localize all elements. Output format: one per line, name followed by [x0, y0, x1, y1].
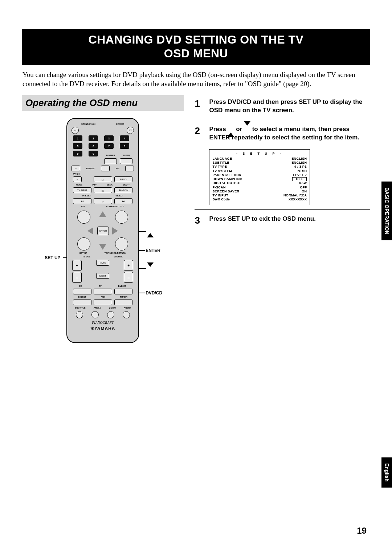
audio-sub-circle-button[interactable] — [115, 211, 128, 224]
divider — [195, 120, 370, 120]
step-number: 1 — [195, 98, 203, 115]
step-text-frag: or — [236, 126, 244, 133]
sleep-button[interactable] — [120, 158, 132, 164]
label-topmenu: TOP MENU /RETURN — [105, 252, 126, 254]
topmenu-circle-button[interactable] — [115, 237, 128, 250]
dimmer-button[interactable] — [104, 158, 117, 164]
page-title-bar: CHANGING DVD SETTING ON THE TV OSD MENU — [22, 29, 370, 65]
label-subtitle: SUBTITLE — [75, 307, 85, 309]
tvvol-up-button[interactable]: + — [72, 260, 82, 271]
tv-src-button[interactable] — [94, 289, 112, 294]
right-arrow-button[interactable] — [112, 227, 118, 235]
down-triangle-icon — [147, 267, 154, 273]
step-3: 3 Press SET UP to exit the OSD menu. — [195, 212, 370, 229]
up-arrow-button[interactable] — [99, 211, 106, 217]
label-setup: SET UP — [79, 252, 87, 254]
label-direct: DIRECT — [78, 296, 86, 298]
angle-button[interactable] — [91, 311, 99, 318]
stop-button[interactable]: ▢ — [94, 176, 112, 182]
label-aux: AUX — [101, 296, 106, 298]
next-button[interactable]: ⏭ — [114, 198, 133, 204]
tvvol-down-button[interactable]: – — [72, 272, 82, 283]
num-2[interactable]: 2 — [89, 135, 98, 141]
repeat-button[interactable] — [101, 166, 110, 171]
title-line-1: CHANGING DVD SETTING ON THE TV — [22, 33, 370, 46]
label-angle: ANGLE — [94, 307, 101, 309]
num-0[interactable]: 0 — [89, 151, 98, 156]
callout-dvdcd: DVD/CD — [146, 290, 162, 296]
aux-button[interactable] — [94, 300, 112, 305]
night-button[interactable]: NIGHT — [96, 273, 109, 279]
manual-page: CHANGING DVD SETTING ON THE TV OSD MENU … — [0, 0, 392, 554]
osd-row: TV INPUTNORMAL RCA — [212, 194, 307, 197]
callout-enter: ENTER — [146, 248, 160, 253]
random-button[interactable]: RANDOM — [114, 187, 133, 193]
intro-paragraph: You can change various settings for DVD … — [23, 70, 369, 89]
play-button[interactable]: ▷ — [94, 198, 112, 204]
step-number: 2 — [195, 125, 203, 142]
minus-button[interactable]: – — [73, 176, 82, 182]
gui-circle-button[interactable] — [77, 211, 90, 224]
down-arrow-button[interactable] — [99, 244, 106, 250]
label-tvch: TV CH — [73, 173, 135, 175]
osd-title: - S E T U P - — [212, 152, 307, 155]
vol-down-button[interactable]: – — [124, 272, 133, 283]
label-tv-src: TV — [99, 285, 102, 287]
plus-button[interactable]: + — [72, 166, 80, 171]
vol-up-button[interactable]: + — [124, 260, 133, 271]
num-7[interactable]: 7 — [104, 143, 114, 149]
label-dvdcd: DVD/CD — [118, 285, 126, 287]
enter-button[interactable]: ENTER — [97, 227, 109, 235]
tv-power-button[interactable]: TV — [127, 127, 134, 134]
mute-button[interactable]: MUTE — [96, 260, 109, 266]
label-preset: PRESET — [82, 195, 91, 197]
num-6[interactable]: 6 — [89, 143, 98, 149]
left-arrow-button[interactable] — [87, 227, 93, 235]
title-line-2: OSD MENU — [22, 46, 370, 60]
pause-button[interactable]: ▯▯ — [94, 187, 112, 193]
step-1: 1 Press DVD/CD and then press SET UP to … — [195, 95, 370, 118]
osd-row: TV SYSTEMNTSC — [212, 169, 307, 173]
remote-body: STANDBY/ON POWER ⏻ TV 1 2 3 4 — [66, 118, 139, 343]
divider — [195, 209, 370, 210]
remote-illustration: SET UP ENTER DVD/CD STANDBY/ON POWER — [22, 118, 184, 343]
direct-button[interactable] — [73, 300, 91, 305]
two-column-layout: Operating the OSD menu SET UP ENTER DVD/… — [22, 95, 370, 343]
label-audio: AUDIO — [124, 307, 131, 309]
label-start: START — [123, 184, 130, 186]
audio-button[interactable] — [123, 311, 130, 318]
up-triangle-icon — [147, 227, 154, 233]
num-3[interactable]: 3 — [104, 135, 114, 141]
num-5[interactable]: 5 — [73, 143, 82, 149]
label-tvvol: TV VOL — [82, 256, 90, 258]
label-volume: VOLUME — [114, 256, 123, 258]
setup-circle-button[interactable] — [77, 237, 90, 250]
label-preset-plus: +PRESET — [114, 195, 124, 197]
prog-button[interactable]: PROG — [114, 176, 133, 182]
callout-setup: SET UP — [45, 255, 60, 260]
osd-row: DivX CodeXXXXXXXX — [212, 197, 307, 201]
tvinput-button[interactable]: TV INPUT — [73, 187, 91, 193]
num-1[interactable]: 1 — [73, 135, 82, 141]
label-power: POWER — [116, 123, 124, 125]
dvdcd-button[interactable] — [114, 289, 133, 294]
num-4[interactable]: 4 — [120, 135, 129, 141]
step-text: Press SET UP to exit the OSD menu. — [209, 215, 316, 226]
label-dimmer: DIMMER — [104, 154, 117, 156]
step-text: Press DVD/CD and then press SET UP to di… — [209, 98, 370, 115]
num-8[interactable]: 8 — [120, 143, 129, 149]
brand-pianocraft: PIANOCRAFT — [71, 321, 135, 325]
label-mode: MODE — [76, 184, 82, 186]
up-triangle-icon — [228, 125, 234, 134]
num-9[interactable]: 9 — [73, 151, 82, 156]
eq-button[interactable] — [73, 289, 91, 294]
page-number: 19 — [357, 526, 367, 536]
zoom-button[interactable] — [107, 311, 114, 318]
subtitle-button[interactable] — [76, 311, 83, 318]
prev-button[interactable]: ⏮ — [73, 198, 91, 204]
label-eq: EQ — [79, 285, 82, 287]
ab-button[interactable] — [125, 166, 134, 171]
tuner-button[interactable] — [114, 300, 133, 305]
standby-button[interactable]: ⏻ — [72, 127, 79, 134]
label-seek: SEEK — [107, 184, 113, 186]
